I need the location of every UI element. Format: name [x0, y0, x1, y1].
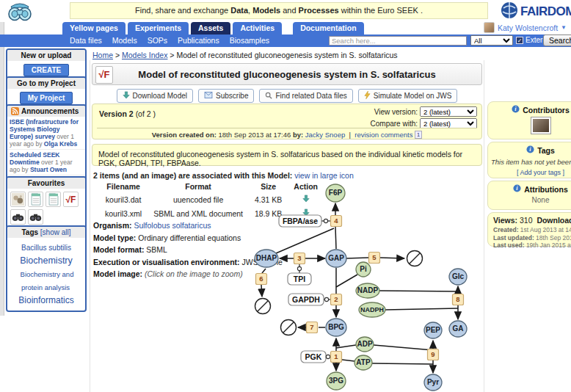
svg-text:PGK: PGK: [305, 352, 322, 361]
user-name: Katy Wolstencroft: [498, 23, 558, 32]
panel-announcements-title: Announcements: [21, 107, 79, 115]
panel-favourites: Favourites √F: [6, 176, 87, 229]
model-description: Model of reconstituted gluconeogenesis s…: [92, 144, 482, 166]
panel-contributors: i Contributors: [487, 101, 571, 139]
tab-yellow-pages[interactable]: Yellow pages: [62, 22, 126, 35]
tab-documentation[interactable]: Documentation: [293, 22, 363, 35]
tag-cloud: Bacillus subtilis Biochemistry Biochemis…: [7, 238, 85, 312]
create-button[interactable]: CREATE: [23, 64, 69, 76]
find-related-data-files-button[interactable]: Find related Data files: [259, 89, 352, 103]
simulate-model-on-jws-button[interactable]: Simulate Model on JWS: [358, 89, 458, 103]
version-created-line: Version created on: 18th Sep 2013 at 17:…: [92, 131, 481, 139]
panel-new-or-upload-title: New or upload: [7, 50, 85, 61]
tab-activities[interactable]: Activities: [233, 22, 282, 35]
info-icon: i: [512, 105, 520, 115]
attributions-value: None: [488, 195, 571, 208]
svg-text:NADPH: NADPH: [360, 306, 384, 313]
favourite-organism-icon[interactable]: [10, 192, 26, 207]
panel-usage-stats: Views: 310 Downloads: 30 Created: 1st Au…: [487, 212, 571, 247]
subnav-biosamples[interactable]: Biosamples: [230, 36, 269, 45]
files-col-filename: Filename: [99, 181, 148, 192]
svg-text:BPG: BPG: [328, 323, 344, 331]
meta-value[interactable]: Sulfolobus solfataricus: [134, 221, 211, 230]
svg-text:NADP: NADP: [357, 286, 379, 294]
tag-computational-and-theoretical-biology[interactable]: Computational and theoretical biology: [18, 310, 76, 312]
svg-text:7: 7: [310, 323, 313, 331]
meta-value: Ordinary differential equations: [138, 233, 241, 242]
asset-subnav: Data filesModelsSOPsPublicationsBiosampl…: [70, 36, 269, 45]
favourite-binoculars-icon[interactable]: [28, 209, 43, 225]
subnav-sops[interactable]: SOPs: [148, 36, 167, 45]
stat-created: Created: 1st Aug 2013 at 14:45: [488, 226, 571, 234]
tag-bacillus-subtilis[interactable]: Bacillus subtilis: [21, 244, 71, 252]
panel-tags-header: Tags [show all]: [7, 227, 85, 238]
tab-experiments[interactable]: Experiments: [128, 22, 189, 35]
view-version-label: View version:: [374, 108, 418, 116]
breadcrumb-models-index-link[interactable]: Models Index: [122, 51, 167, 59]
breadcrumb: Home > Models Index > Model of reconstit…: [92, 51, 398, 59]
user-menu[interactable]: Katy Wolstencroft ▼: [484, 22, 567, 33]
favourite-jws-icon[interactable]: √F: [63, 192, 79, 207]
search-button[interactable]: Search: [543, 35, 571, 46]
tab-assets[interactable]: Assets: [191, 22, 230, 35]
view-version-select[interactable]: 2 (latest): [420, 106, 477, 117]
favourite-binoculars-icon[interactable]: [10, 209, 26, 225]
file-filename: kouril3.xml: [99, 206, 148, 220]
revision-count-badge: 1: [415, 131, 422, 139]
banner-text: Find, share and exchange Data, Models an…: [135, 6, 423, 15]
breadcrumb-home-link[interactable]: Home: [92, 51, 113, 59]
subnav-publications[interactable]: Publications: [178, 36, 219, 45]
tag-bioinformatics[interactable]: Bioinformatics: [18, 295, 73, 305]
svg-text:Glc: Glc: [452, 272, 465, 280]
compare-with-label: Compare with:: [371, 120, 418, 128]
revision-comments-link[interactable]: revision comments: [354, 131, 412, 139]
file-filename: kouril3.dat: [99, 192, 148, 206]
announcement-author-link[interactable]: Olga Krebs: [44, 140, 77, 148]
favourites-grid: √F: [7, 189, 85, 228]
tabs-row: Yellow pagesExperimentsAssetsActivitiesD…: [0, 22, 571, 35]
views-downloads-line: Views: 310 Downloads: 30: [488, 213, 571, 226]
compare-with-select[interactable]: 2 (latest): [420, 118, 477, 128]
svg-text:2: 2: [334, 295, 338, 303]
panel-tags-title: Tags: [21, 228, 38, 236]
search-scope-select[interactable]: All: [470, 35, 513, 46]
secondary-nav-bar: Data filesModelsSOPsPublicationsBiosampl…: [0, 35, 571, 47]
contributor-avatar[interactable]: [531, 117, 550, 134]
model-action-buttons: Download ModelSubscribeFind related Data…: [92, 89, 482, 103]
subnav-data-files[interactable]: Data files: [70, 36, 102, 45]
external-checkbox[interactable]: ✓: [516, 37, 523, 44]
rss-icon: [11, 107, 19, 115]
version-author-link[interactable]: Jacky Snoep: [305, 131, 345, 139]
tag-biochemistry-and-protein-analysis[interactable]: Biochemistry and protein analysis: [21, 270, 74, 291]
svg-text:5: 5: [372, 253, 377, 261]
files-col-format: Format: [148, 181, 249, 192]
announcement-banner: Find, share and exchange Data, Models an…: [70, 2, 488, 19]
panel-announcements-header: Announcements: [7, 106, 85, 117]
related-icon: [265, 92, 272, 101]
seek-logo-icon[interactable]: [7, 1, 32, 21]
svg-text:ATP: ATP: [356, 358, 371, 366]
fairdom-logo[interactable]: FAIRDOM: [501, 3, 571, 21]
search-input[interactable]: [329, 36, 467, 46]
download-model-button[interactable]: Download Model: [117, 89, 194, 103]
my-project-button[interactable]: My Project: [20, 92, 73, 104]
model-pathway-diagram[interactable]: FBPA/aseTPIGAPDHPGK123456789F6PDHAPGAPPi…: [246, 182, 484, 392]
main-left-border: [90, 60, 90, 392]
announcement-item: ISBE (Infrastructure for Systems Biology…: [7, 117, 85, 150]
favourite-datafile-icon[interactable]: [46, 192, 61, 207]
announcement-item: Scheduled SEEK Downtime over 1 year ago …: [7, 150, 85, 175]
svg-text:9: 9: [431, 350, 434, 358]
view-large-icon-link[interactable]: view in large icon: [294, 171, 354, 180]
announcement-author-link[interactable]: Stuart Owen: [30, 166, 67, 173]
subnav-models[interactable]: Models: [112, 36, 137, 45]
add-tags-link[interactable]: [ Add your tags ]: [488, 167, 571, 180]
meta-value: (Click on the image to zoom): [145, 269, 243, 278]
show-all-tags-link[interactable]: [show all]: [40, 228, 71, 236]
subscribe-button[interactable]: Subscribe: [198, 89, 254, 103]
favourite-datafile-icon[interactable]: [28, 192, 43, 207]
model-title-bar: √F Model of reconstituted gluconeogenesi…: [92, 63, 482, 85]
right-tags-header: i Tags: [488, 142, 571, 156]
fairdom-wordmark: FAIRDOM: [520, 4, 571, 19]
tag-biochemistry[interactable]: Biochemistry: [20, 255, 73, 266]
info-icon: i: [526, 145, 534, 155]
